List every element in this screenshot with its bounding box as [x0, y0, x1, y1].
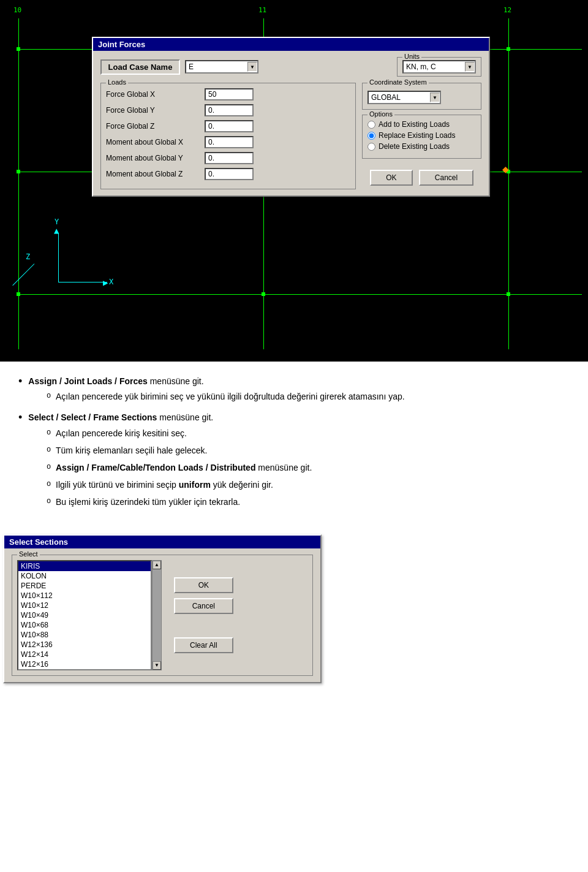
- sub-text-1-1: Açılan pencerede yük birimini seç ve yük…: [56, 389, 405, 404]
- dialog2-title-bar: Select Sections: [4, 536, 320, 548]
- coord-system-label: Coordinate System: [368, 78, 429, 86]
- y-axis-label: Y: [55, 218, 59, 226]
- scrollbar-up[interactable]: ▲: [153, 561, 161, 569]
- cad-label-12: 12: [503, 6, 511, 14]
- bullet-item-1: • Assign / Joint Loads / Forces menüsüne…: [18, 374, 570, 406]
- units-select[interactable]: KN, m, C: [402, 60, 476, 74]
- listbox-item-w10x88[interactable]: W10×88: [18, 630, 151, 640]
- field-input-3[interactable]: [205, 136, 254, 148]
- text-content-area: • Assign / Joint Loads / Forces menüsüne…: [0, 362, 588, 528]
- options-group-label: Options: [368, 110, 394, 118]
- units-label: Units: [402, 53, 421, 60]
- scrollbar-track: [153, 569, 161, 661]
- field-label-1: Force Global Y: [106, 106, 201, 115]
- add-to-existing-radio[interactable]: [368, 121, 375, 129]
- z-axis-label: Z: [26, 252, 30, 261]
- add-to-existing-label: Add to Existing Loads: [379, 120, 450, 129]
- sub-bullet-2-5: o: [47, 495, 51, 508]
- load-case-select[interactable]: E: [185, 60, 258, 74]
- cad-label-10: 10: [13, 6, 21, 14]
- sub-item-1-1: o Açılan pencerede yük birimini seç ve y…: [47, 389, 404, 404]
- field-input-4[interactable]: [205, 152, 254, 164]
- sub-item-2-3: o Assign / Frame/Cable/Tendon Loads / Di…: [47, 460, 312, 476]
- ok-button[interactable]: OK: [370, 170, 413, 186]
- orange-node: ◆: [502, 164, 509, 174]
- sub-item-2-4: o Ilgili yük türünü ve birimini seçip un…: [47, 477, 312, 493]
- sub-text-2-3-bold: Assign / Frame/Cable/Tendon Loads / Dist…: [56, 463, 255, 472]
- bullet-dot-1: •: [18, 374, 22, 389]
- joint-forces-dialog: Joint Forces Load Case Name E ▼ Units: [92, 37, 490, 197]
- sub-text-2-5: Bu işlemi kiriş üzerindeki tüm yükler iç…: [56, 495, 240, 510]
- dialog-title: Joint Forces: [98, 40, 145, 49]
- sub-item-2-5: o Bu işlemi kiriş üzerindeki tüm yükler …: [47, 495, 312, 510]
- cad-label-11: 11: [258, 6, 266, 14]
- field-label-3: Moment about Global X: [106, 138, 201, 146]
- dialog2-ok-button[interactable]: OK: [174, 577, 233, 593]
- field-input-0[interactable]: [205, 88, 254, 100]
- sub-text-2-3-suffix: menüsüne git.: [255, 463, 312, 472]
- scrollbar-down[interactable]: ▼: [153, 661, 161, 670]
- listbox-item-w12x14[interactable]: W12×14: [18, 650, 151, 659]
- assign-joint-bold: Assign / Joint Loads / Forces: [28, 376, 147, 386]
- field-input-5[interactable]: [205, 168, 254, 180]
- listbox-item-w10x112[interactable]: W10×112: [18, 591, 151, 601]
- select-sections-dialog-wrapper: Select Sections Select KIRIS KOLON PERDE…: [0, 528, 588, 689]
- sub-bullet-1-1: o: [47, 389, 51, 403]
- listbox-item-w12x136[interactable]: W12×136: [18, 640, 151, 650]
- replace-existing-radio[interactable]: [368, 132, 375, 140]
- field-input-1[interactable]: [205, 104, 254, 116]
- listbox-item-w10x49[interactable]: W10×49: [18, 610, 151, 620]
- loads-group-label: Loads: [106, 78, 128, 86]
- select-sections-bold: Select / Select / Frame Sections: [28, 412, 157, 422]
- x-axis-arrow: ▶: [103, 278, 108, 287]
- field-input-2[interactable]: [205, 120, 254, 132]
- replace-existing-label: Replace Existing Loads: [379, 131, 455, 140]
- coord-system-select[interactable]: GLOBAL: [368, 91, 441, 104]
- load-case-label: Load Case Name: [100, 59, 180, 75]
- sub-bullet-2-3: o: [47, 460, 51, 474]
- sub-text-2-1: Açılan pencerede kiriş kesitini seç.: [56, 426, 187, 441]
- sub-text-2-4: Ilgili yük türünü ve birimini seçip unif…: [56, 477, 273, 493]
- sections-listbox[interactable]: KIRIS KOLON PERDE W10×112 W10×12 W10×49 …: [17, 560, 152, 670]
- field-label-5: Moment about Global Z: [106, 170, 201, 178]
- sub-bullet-2-4: o: [47, 477, 51, 491]
- sub-text-2-2: Tüm kiriş elemanları seçili hale gelecek…: [56, 443, 207, 458]
- select-group-label: Select: [17, 550, 40, 558]
- x-axis-label: X: [109, 278, 113, 286]
- select-sections-dialog: Select Sections Select KIRIS KOLON PERDE…: [3, 534, 322, 683]
- dialog2-title: Select Sections: [9, 537, 68, 547]
- dialog2-clear-all-button[interactable]: Clear All: [174, 637, 233, 653]
- listbox-item-kolon[interactable]: KOLON: [18, 571, 151, 581]
- field-label-0: Force Global X: [106, 90, 201, 99]
- delete-existing-label: Delete Existing Loads: [379, 142, 450, 151]
- bullet-item-2: • Select / Select / Frame Sections menüs…: [18, 410, 570, 512]
- assign-joint-suffix: menüsüne git.: [150, 376, 204, 386]
- dialog2-cancel-button[interactable]: Cancel: [174, 598, 233, 614]
- sub-bullet-2-1: o: [47, 426, 51, 439]
- field-label-4: Moment about Global Y: [106, 154, 201, 162]
- listbox-item-w12x16[interactable]: W12×16: [18, 659, 151, 669]
- dialog-title-bar: Joint Forces: [93, 38, 489, 51]
- delete-existing-radio[interactable]: [368, 143, 375, 151]
- sub-bullet-2-2: o: [47, 443, 51, 457]
- select-sections-suffix: menüsüne git.: [159, 412, 213, 422]
- listbox-item-kiris[interactable]: KIRIS: [18, 561, 151, 571]
- bullet-dot-2: •: [18, 410, 22, 425]
- listbox-item-w10x68[interactable]: W10×68: [18, 620, 151, 630]
- cancel-button[interactable]: Cancel: [419, 170, 473, 186]
- listbox-item-w10x12[interactable]: W10×12: [18, 601, 151, 610]
- cad-view: 10 11 12 ▲ Y ▶ X Z ◆ Joint Forces Load C…: [0, 0, 588, 362]
- sub-item-2-2: o Tüm kiriş elemanları seçili hale gelec…: [47, 443, 312, 458]
- field-label-2: Force Global Z: [106, 122, 201, 131]
- sub-item-2-1: o Açılan pencerede kiriş kesitini seç.: [47, 426, 312, 441]
- y-axis-arrow: ▲: [54, 226, 59, 235]
- listbox-item-perde[interactable]: PERDE: [18, 581, 151, 591]
